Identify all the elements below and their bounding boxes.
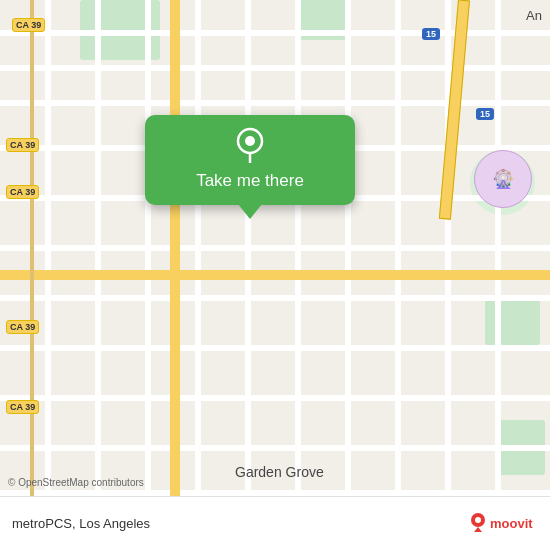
amusement-park-area: 🎡	[474, 150, 532, 208]
map-popup: Take me there	[145, 115, 355, 205]
road	[0, 100, 550, 106]
bottom-bar: metroPCS, Los Angeles moovit	[0, 496, 550, 550]
svg-marker-3	[474, 527, 482, 532]
moovit-logo-svg: moovit	[468, 510, 538, 538]
moovit-logo: moovit	[468, 510, 538, 538]
take-me-there-button[interactable]: Take me there	[196, 171, 304, 191]
map-container: CA 39 CA 39 CA 39 CA 39 CA 39 15 15 An 🎡…	[0, 0, 550, 550]
major-road	[170, 0, 180, 550]
road	[0, 395, 550, 401]
highway-label-ca39-4: CA 39	[6, 320, 39, 334]
park-area	[485, 300, 540, 345]
highway-label-i15-1: 15	[422, 28, 440, 40]
road	[0, 65, 550, 71]
road	[0, 245, 550, 251]
ca39-road	[30, 0, 34, 550]
location-label: metroPCS, Los Angeles	[12, 516, 468, 531]
copyright-text: © OpenStreetMap contributors	[8, 477, 144, 488]
city-label-an: An	[526, 8, 542, 23]
road	[0, 445, 550, 451]
highway-label-ca39-5: CA 39	[6, 400, 39, 414]
road	[0, 345, 550, 351]
road	[0, 295, 550, 301]
highway-label-ca39-3: CA 39	[6, 185, 39, 199]
road	[0, 30, 550, 36]
highway-label-i15-2: 15	[476, 108, 494, 120]
city-label-garden-grove: Garden Grove	[235, 464, 324, 480]
svg-text:moovit: moovit	[490, 516, 533, 531]
svg-point-1	[245, 136, 255, 146]
highway-label-ca39-2: CA 39	[6, 138, 39, 152]
major-road	[0, 270, 550, 280]
svg-point-4	[475, 517, 481, 523]
highway-label-ca39: CA 39	[12, 18, 45, 32]
location-pin-icon	[232, 127, 268, 163]
